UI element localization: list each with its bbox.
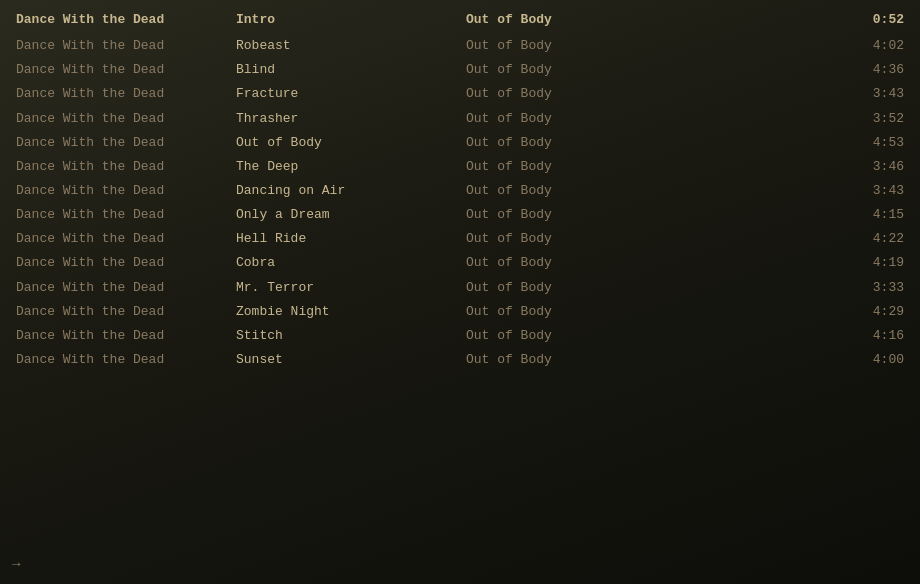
track-duration: 4:16	[666, 326, 904, 346]
track-duration: 3:33	[666, 278, 904, 298]
track-row[interactable]: Dance With the DeadHell RideOut of Body4…	[0, 227, 920, 251]
track-title: Mr. Terror	[236, 278, 466, 298]
track-row[interactable]: Dance With the DeadOnly a DreamOut of Bo…	[0, 203, 920, 227]
track-title: Robeast	[236, 36, 466, 56]
track-album: Out of Body	[466, 84, 666, 104]
track-title: Cobra	[236, 253, 466, 273]
track-artist: Dance With the Dead	[16, 157, 236, 177]
track-row[interactable]: Dance With the DeadFractureOut of Body3:…	[0, 82, 920, 106]
track-artist: Dance With the Dead	[16, 350, 236, 370]
track-row[interactable]: Dance With the DeadBlindOut of Body4:36	[0, 58, 920, 82]
header-duration: 0:52	[666, 10, 904, 30]
track-row[interactable]: Dance With the DeadCobraOut of Body4:19	[0, 251, 920, 275]
track-row[interactable]: Dance With the DeadDancing on AirOut of …	[0, 179, 920, 203]
track-duration: 4:53	[666, 133, 904, 153]
track-album: Out of Body	[466, 157, 666, 177]
track-album: Out of Body	[466, 205, 666, 225]
track-album: Out of Body	[466, 350, 666, 370]
track-title: Only a Dream	[236, 205, 466, 225]
track-row[interactable]: Dance With the DeadOut of BodyOut of Bod…	[0, 131, 920, 155]
track-artist: Dance With the Dead	[16, 36, 236, 56]
track-row[interactable]: Dance With the DeadSunsetOut of Body4:00	[0, 348, 920, 372]
track-title: Hell Ride	[236, 229, 466, 249]
track-artist: Dance With the Dead	[16, 278, 236, 298]
header-album: Out of Body	[466, 10, 666, 30]
track-row[interactable]: Dance With the DeadMr. TerrorOut of Body…	[0, 276, 920, 300]
track-artist: Dance With the Dead	[16, 181, 236, 201]
track-list-header: Dance With the Dead Intro Out of Body 0:…	[0, 8, 920, 32]
header-title: Intro	[236, 10, 466, 30]
track-duration: 4:02	[666, 36, 904, 56]
track-duration: 3:46	[666, 157, 904, 177]
track-title: The Deep	[236, 157, 466, 177]
track-duration: 4:36	[666, 60, 904, 80]
track-artist: Dance With the Dead	[16, 109, 236, 129]
track-duration: 4:19	[666, 253, 904, 273]
track-list: Dance With the Dead Intro Out of Body 0:…	[0, 0, 920, 380]
track-artist: Dance With the Dead	[16, 229, 236, 249]
track-album: Out of Body	[466, 60, 666, 80]
track-title: Thrasher	[236, 109, 466, 129]
track-duration: 3:43	[666, 181, 904, 201]
track-duration: 4:29	[666, 302, 904, 322]
track-title: Zombie Night	[236, 302, 466, 322]
track-artist: Dance With the Dead	[16, 302, 236, 322]
track-album: Out of Body	[466, 36, 666, 56]
track-title: Fracture	[236, 84, 466, 104]
track-album: Out of Body	[466, 253, 666, 273]
track-artist: Dance With the Dead	[16, 133, 236, 153]
track-duration: 4:00	[666, 350, 904, 370]
track-artist: Dance With the Dead	[16, 326, 236, 346]
track-album: Out of Body	[466, 326, 666, 346]
header-artist: Dance With the Dead	[16, 10, 236, 30]
track-title: Stitch	[236, 326, 466, 346]
track-album: Out of Body	[466, 133, 666, 153]
track-row[interactable]: Dance With the DeadThe DeepOut of Body3:…	[0, 155, 920, 179]
track-duration: 4:15	[666, 205, 904, 225]
track-title: Out of Body	[236, 133, 466, 153]
arrow-indicator: →	[12, 556, 20, 572]
track-album: Out of Body	[466, 181, 666, 201]
track-album: Out of Body	[466, 229, 666, 249]
track-artist: Dance With the Dead	[16, 253, 236, 273]
track-artist: Dance With the Dead	[16, 84, 236, 104]
track-row[interactable]: Dance With the DeadZombie NightOut of Bo…	[0, 300, 920, 324]
track-album: Out of Body	[466, 302, 666, 322]
track-artist: Dance With the Dead	[16, 60, 236, 80]
track-row[interactable]: Dance With the DeadThrasherOut of Body3:…	[0, 107, 920, 131]
track-row[interactable]: Dance With the DeadStitchOut of Body4:16	[0, 324, 920, 348]
track-duration: 3:43	[666, 84, 904, 104]
track-album: Out of Body	[466, 109, 666, 129]
track-duration: 3:52	[666, 109, 904, 129]
track-title: Blind	[236, 60, 466, 80]
track-title: Dancing on Air	[236, 181, 466, 201]
track-album: Out of Body	[466, 278, 666, 298]
track-title: Sunset	[236, 350, 466, 370]
tracks-container: Dance With the DeadRobeastOut of Body4:0…	[0, 34, 920, 372]
track-duration: 4:22	[666, 229, 904, 249]
track-artist: Dance With the Dead	[16, 205, 236, 225]
track-row[interactable]: Dance With the DeadRobeastOut of Body4:0…	[0, 34, 920, 58]
